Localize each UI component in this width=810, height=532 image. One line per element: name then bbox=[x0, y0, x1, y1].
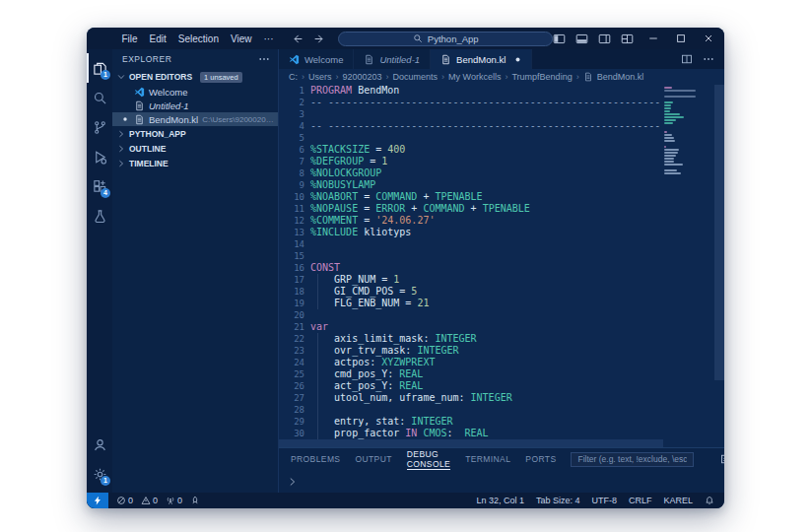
sidebar-section-timeline[interactable]: TIMELINE bbox=[112, 156, 278, 170]
code-token: 21 bbox=[417, 298, 429, 309]
minimap[interactable] bbox=[664, 87, 713, 175]
chevron-right-icon bbox=[116, 144, 126, 154]
panel-tab-terminal[interactable]: TERMINAL bbox=[465, 448, 510, 470]
line-number: 6 bbox=[279, 144, 310, 156]
panel-tab-problems[interactable]: PROBLEMS bbox=[291, 448, 340, 470]
line-number: 10 bbox=[279, 191, 310, 203]
menu-file[interactable]: File bbox=[115, 33, 143, 44]
menu-view[interactable]: View bbox=[225, 33, 258, 44]
open-editor-welcome[interactable]: Welcome bbox=[112, 85, 278, 99]
activity-source-control[interactable] bbox=[87, 112, 112, 142]
status-ln-32--col-1[interactable]: Ln 32, Col 1 bbox=[476, 496, 524, 505]
editor-item-label: Untitled-1 bbox=[149, 100, 189, 111]
breadcrumb-item[interactable]: BendMon.kl bbox=[597, 72, 644, 82]
activity-run-debug[interactable] bbox=[87, 142, 112, 171]
breadcrumb-item[interactable]: My Workcells bbox=[448, 72, 501, 82]
menu-selection[interactable]: Selection bbox=[172, 33, 225, 44]
status-errors[interactable]: 0 bbox=[116, 496, 133, 505]
minimize-button[interactable] bbox=[647, 33, 659, 44]
customize-layout-icon[interactable] bbox=[621, 33, 634, 45]
code-token: ERROR bbox=[375, 203, 405, 215]
code-token: '24.06.27' bbox=[375, 215, 435, 227]
code-line: 7%DEFGROUP = 1 bbox=[279, 156, 663, 167]
toggle-panel-icon[interactable] bbox=[575, 33, 588, 45]
line-number: 1 bbox=[279, 85, 310, 97]
status-utf-8[interactable]: UTF-8 bbox=[591, 496, 617, 505]
breadcrumb-item[interactable]: 92000203 bbox=[343, 72, 382, 82]
line-number: 19 bbox=[279, 298, 310, 309]
toggle-sidebar-icon[interactable] bbox=[553, 33, 566, 45]
line-number: 15 bbox=[279, 250, 310, 262]
status-warnings[interactable]: 0 bbox=[141, 496, 158, 505]
status-launch[interactable] bbox=[190, 496, 200, 505]
minimap-line bbox=[664, 172, 681, 174]
panel-tab-debug-console[interactable]: DEBUG CONSOLE bbox=[407, 448, 450, 470]
indent-guide bbox=[317, 286, 318, 298]
editor-scrollbar[interactable] bbox=[714, 85, 724, 380]
code-line: 15 bbox=[279, 250, 663, 262]
remote-indicator[interactable] bbox=[87, 493, 108, 508]
close-button[interactable] bbox=[703, 33, 714, 44]
tab-untitled-1[interactable]: Untitled-1 bbox=[354, 49, 431, 69]
activity-accounts[interactable] bbox=[87, 430, 112, 459]
code-token: XYZWPREXT bbox=[381, 357, 435, 368]
forward-arrow-icon[interactable] bbox=[313, 33, 326, 45]
status-karel[interactable]: KAREL bbox=[663, 496, 693, 505]
open-editor-bendmon-kl[interactable]: BendMon.klC:\Users\92000203\... bbox=[112, 112, 278, 126]
code-token: 5 bbox=[411, 286, 417, 298]
activity-extensions[interactable]: 4 bbox=[87, 171, 112, 201]
command-center-search[interactable]: Python_App bbox=[338, 32, 553, 46]
activity-search[interactable] bbox=[87, 83, 112, 112]
breadcrumb-item[interactable]: C: bbox=[289, 72, 298, 82]
rocket-icon bbox=[190, 496, 200, 505]
code-token: -- -------------------------------------… bbox=[310, 97, 660, 108]
minimap-line bbox=[664, 110, 670, 112]
back-arrow-icon[interactable] bbox=[291, 33, 304, 45]
panel-tab-output[interactable]: OUTPUT bbox=[355, 448, 391, 470]
status-tab-size--4[interactable]: Tab Size: 4 bbox=[536, 496, 580, 505]
code-line: 22 axis_limit_mask: INTEGER bbox=[279, 333, 663, 345]
sidebar-header: EXPLORER bbox=[112, 49, 278, 69]
open-editor-untitled-1[interactable]: Untitled-1 bbox=[112, 99, 278, 112]
tab-bendmon-kl[interactable]: BendMon.kl bbox=[431, 49, 532, 69]
code-line: 23 ovr_trv_mask: INTEGER bbox=[279, 345, 663, 357]
filter-input[interactable] bbox=[571, 452, 694, 467]
line-number: 26 bbox=[279, 380, 310, 392]
line-number: 21 bbox=[279, 321, 310, 333]
activity-settings[interactable]: 1 bbox=[87, 459, 112, 489]
debug-console-input[interactable] bbox=[279, 470, 724, 493]
code-editor[interactable]: 1PROGRAM BendMon2-- --------------------… bbox=[279, 85, 724, 447]
breadcrumb-item[interactable]: TrumpfBending bbox=[511, 72, 572, 82]
line-number: 28 bbox=[279, 404, 310, 416]
code-token: 400 bbox=[387, 144, 405, 156]
activity-explorer[interactable]: 1 bbox=[87, 53, 112, 83]
sidebar-section-outline[interactable]: OUTLINE bbox=[112, 141, 278, 156]
more-actions-icon[interactable] bbox=[703, 53, 714, 65]
line-number: 16 bbox=[279, 262, 310, 274]
code-line: 14 bbox=[279, 238, 663, 250]
code-line: 19 FLG_ENB_NUM = 21 bbox=[279, 298, 663, 309]
menu-edit[interactable]: Edit bbox=[144, 33, 172, 44]
code-token: TPENABLE bbox=[483, 203, 530, 215]
code-line: 13%INCLUDE kliotyps bbox=[279, 227, 663, 238]
activity-testing[interactable] bbox=[87, 201, 112, 231]
status-ports[interactable]: 0 bbox=[166, 496, 182, 505]
toggle-secondary-sidebar-icon[interactable] bbox=[598, 33, 611, 45]
breadcrumb-item[interactable]: Users bbox=[308, 72, 332, 82]
code-token: = bbox=[364, 156, 381, 167]
status-crlf[interactable]: CRLF bbox=[629, 496, 652, 505]
minimap-line bbox=[664, 161, 674, 163]
console-icon[interactable] bbox=[720, 453, 724, 465]
sidebar-section-python_app[interactable]: PYTHON_APP bbox=[112, 126, 278, 141]
panel-tab-ports[interactable]: PORTS bbox=[525, 448, 556, 470]
maximize-button[interactable] bbox=[675, 33, 687, 44]
open-editors-header[interactable]: OPEN EDITORS 1 unsaved bbox=[112, 69, 278, 85]
bell-icon[interactable] bbox=[705, 496, 714, 505]
more-actions-icon[interactable] bbox=[258, 53, 270, 65]
panel-tabs: PROBLEMSOUTPUTDEBUG CONSOLETERMINALPORTS bbox=[291, 448, 556, 470]
menu-[interactable]: ··· bbox=[257, 33, 279, 44]
split-editor-icon[interactable] bbox=[681, 53, 693, 65]
breadcrumb-item[interactable]: Documents bbox=[393, 72, 439, 82]
panel-tab-bar: PROBLEMSOUTPUTDEBUG CONSOLETERMINALPORTS bbox=[279, 448, 724, 470]
tab-welcome[interactable]: Welcome bbox=[279, 49, 354, 69]
